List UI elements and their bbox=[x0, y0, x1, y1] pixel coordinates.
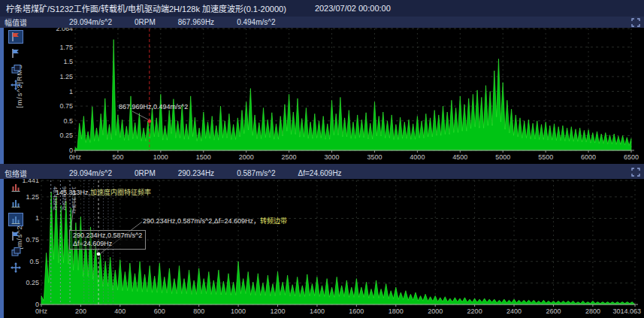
x-tick-label: 6000 bbox=[581, 153, 596, 161]
cursor-rotated-label: 145.313Hz bbox=[71, 186, 77, 214]
move-icon[interactable] bbox=[9, 262, 23, 274]
cursor-peak-marker[interactable] bbox=[147, 120, 151, 123]
cursor-amplitude: 0.587m/s^2 bbox=[237, 169, 275, 177]
y-tick-label: 2.064 bbox=[56, 28, 73, 32]
spectrum-trace bbox=[41, 192, 635, 304]
y-tick-label: 1 bbox=[35, 214, 39, 222]
cursor-rotated-label: 48.438Hz bbox=[52, 186, 59, 210]
x-tick-label: 1000 bbox=[231, 307, 246, 315]
envelope-panel-header: 包络谱 29.094m/s^2 0RPM 290.234Hz 0.587m/s^… bbox=[0, 164, 644, 179]
annotation-leader-line bbox=[132, 111, 148, 120]
title-bar: 柠条塔煤矿/S1232工作面/转载机/电机驱动端2H/128k 加速度波形(0.… bbox=[0, 0, 644, 17]
move-icon[interactable] bbox=[9, 79, 23, 91]
y-tick-label: 0.25 bbox=[26, 279, 39, 286]
chart-blue-icon[interactable] bbox=[9, 197, 23, 209]
cursor-amplitude: 0.494m/s^2 bbox=[237, 18, 275, 26]
x-tick-label: 2800 bbox=[585, 307, 600, 315]
y-tick-label: 1 bbox=[69, 88, 73, 95]
x-tick-label: 500 bbox=[112, 153, 123, 161]
cursor-frequency: 867.969Hz bbox=[178, 18, 214, 26]
chart-red-icon[interactable] bbox=[9, 181, 23, 193]
x-tick-label: 2200 bbox=[467, 307, 482, 315]
x-tick-label: 600 bbox=[154, 307, 165, 315]
x-tick-label: 400 bbox=[114, 307, 125, 315]
y-tick-label: 1.5 bbox=[63, 58, 73, 65]
x-axis: 0Hz5001000150020002500300035004000450050… bbox=[69, 150, 639, 161]
y-tick-label: 0 bbox=[35, 301, 39, 308]
x-tick-label: 2000 bbox=[239, 153, 254, 161]
x-tick-label: 200 bbox=[75, 307, 86, 315]
overall-value: 29.094m/s^2 bbox=[69, 18, 112, 26]
panel-title-amplitude: 幅值谱 bbox=[0, 17, 69, 28]
windows-icon[interactable] bbox=[9, 63, 23, 75]
cursor-frequency: 290.234Hz bbox=[178, 169, 214, 177]
panel-title-envelope: 包络谱 bbox=[0, 168, 69, 179]
amplitude-spectrum-plot[interactable]: 0Hz5001000150020002500300035004000450050… bbox=[0, 28, 644, 164]
delta-frequency: Δf=24.609Hz bbox=[298, 169, 342, 177]
x-tick-label: 1600 bbox=[349, 307, 364, 315]
x-tick-label: 6500 bbox=[624, 153, 639, 161]
x-tick-label: 2000 bbox=[428, 307, 443, 315]
x-tick-label: 0Hz bbox=[69, 153, 82, 161]
envelope-toolbar bbox=[6, 181, 26, 274]
x-tick-label: 1500 bbox=[196, 153, 211, 161]
rpm-value: 0RPM bbox=[135, 169, 156, 177]
amplitude-panel-header: 幅值谱 29.094m/s^2 0RPM 867.969Hz 0.494m/s^… bbox=[0, 17, 644, 28]
x-axis: 0Hz2004006008001000120014001600180020002… bbox=[35, 304, 641, 315]
measurement-path: 柠条塔煤矿/S1232工作面/转载机/电机驱动端2H/128k 加速度波形(0.… bbox=[6, 2, 286, 14]
x-tick-label: 5000 bbox=[495, 153, 510, 161]
envelope-spectrum-panel: [m/s^2] 0Hz20040060080010001200140016001… bbox=[0, 179, 644, 318]
x-tick-label: 0Hz bbox=[35, 307, 48, 315]
amplitude-toolbar bbox=[6, 30, 26, 91]
y-tick-label: 0.75 bbox=[59, 102, 73, 110]
rpm-value: 0RPM bbox=[135, 18, 156, 26]
measurement-datetime: 2023/07/02 00:00:00 bbox=[315, 4, 391, 13]
x-tick-label: 3500 bbox=[367, 153, 382, 161]
y-tick-label: 1.75 bbox=[59, 44, 73, 51]
spectrum-trace bbox=[75, 40, 631, 150]
y-axis: 2.0641.751.51.2510.750.50.250 bbox=[56, 28, 73, 154]
x-tick-label: 1200 bbox=[271, 307, 286, 315]
annotation-leader-line bbox=[101, 222, 142, 253]
x-tick-label: 3000 bbox=[325, 153, 340, 161]
cursor-peak-marker[interactable] bbox=[97, 252, 101, 256]
y-tick-label: 0.25 bbox=[59, 132, 73, 139]
cursor-rotated-label: 96.875Hz bbox=[61, 186, 68, 210]
flag-icon[interactable] bbox=[9, 230, 23, 242]
fullscreen-icon[interactable] bbox=[630, 168, 640, 177]
flag-icon[interactable] bbox=[9, 47, 23, 59]
x-tick-label: 800 bbox=[193, 307, 204, 315]
x-tick-label: 2400 bbox=[506, 307, 522, 315]
x-tick-label: 1400 bbox=[310, 307, 325, 315]
fullscreen-icon[interactable] bbox=[630, 18, 640, 27]
y-tick-label: 1.25 bbox=[59, 73, 73, 80]
overall-value: 29.094m/s^2 bbox=[69, 169, 112, 177]
y-tick-label: 0 bbox=[69, 147, 73, 154]
x-tick-label: 2500 bbox=[282, 153, 297, 161]
y-tick-label: 1.25 bbox=[26, 193, 39, 201]
x-tick-label: 2600 bbox=[546, 307, 561, 315]
x-tick-label: 5500 bbox=[538, 153, 553, 161]
envelope-spectrum-plot[interactable]: 0Hz2004006008001000120014001600180020002… bbox=[0, 179, 644, 318]
windows-icon[interactable] bbox=[9, 246, 23, 258]
x-tick-label: 3014.063 bbox=[612, 307, 641, 315]
x-tick-label: 1800 bbox=[389, 307, 404, 315]
x-tick-label: 4000 bbox=[410, 153, 425, 161]
chart-select-icon[interactable] bbox=[8, 213, 23, 226]
amplitude-spectrum-panel: [m/s^2]RMS 0Hz50010001500200025003000350… bbox=[0, 28, 644, 164]
flag-marker-icon[interactable] bbox=[8, 30, 23, 44]
y-tick-label: 0.75 bbox=[26, 236, 39, 244]
y-tick-label: 0.5 bbox=[29, 258, 39, 265]
y-tick-label: 0.5 bbox=[63, 117, 73, 125]
x-tick-label: 1000 bbox=[153, 153, 168, 161]
x-tick-label: 4500 bbox=[452, 153, 467, 161]
